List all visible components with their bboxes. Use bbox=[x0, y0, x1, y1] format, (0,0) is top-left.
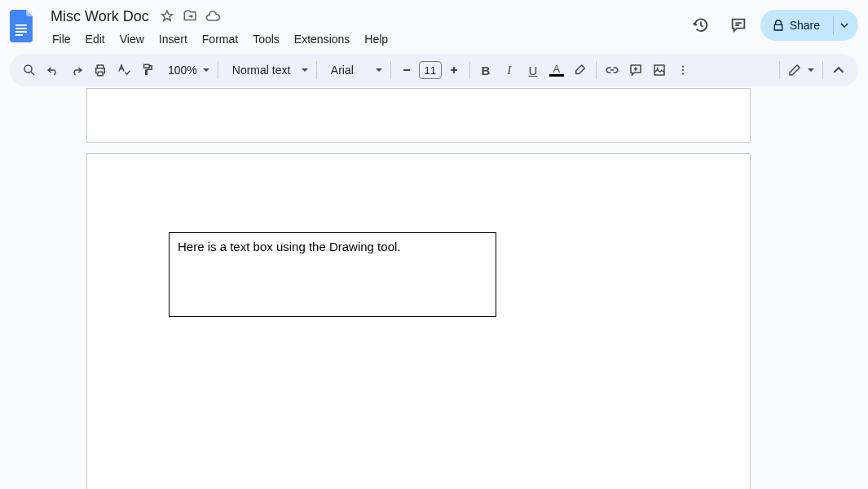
star-icon[interactable] bbox=[157, 7, 177, 26]
editing-mode-dropdown[interactable] bbox=[784, 63, 818, 77]
page-previous[interactable] bbox=[86, 88, 751, 143]
collapse-toolbar-icon[interactable] bbox=[827, 59, 850, 82]
decrease-font-icon[interactable] bbox=[395, 59, 418, 82]
menu-view[interactable]: View bbox=[113, 29, 151, 49]
svg-rect-5 bbox=[654, 65, 664, 75]
cloud-status-icon[interactable] bbox=[203, 7, 223, 26]
paint-format-icon[interactable] bbox=[136, 59, 159, 82]
menu-extensions[interactable]: Extensions bbox=[288, 29, 356, 49]
text-color-icon[interactable]: A bbox=[545, 59, 568, 82]
menu-help[interactable]: Help bbox=[358, 29, 394, 49]
link-icon[interactable] bbox=[601, 59, 623, 82]
chevron-down-icon bbox=[202, 66, 210, 74]
drawing-text-box-content: Here is a text box using the Drawing too… bbox=[178, 240, 487, 253]
svg-point-8 bbox=[682, 69, 684, 71]
chevron-down-icon bbox=[375, 66, 383, 74]
chevron-down-icon bbox=[301, 66, 309, 74]
drawing-text-box[interactable]: Here is a text box using the Drawing too… bbox=[169, 232, 496, 317]
svg-rect-3 bbox=[15, 34, 23, 36]
docs-icon[interactable] bbox=[10, 10, 39, 46]
separator bbox=[596, 61, 597, 79]
pencil-icon bbox=[787, 63, 802, 77]
svg-rect-1 bbox=[15, 28, 27, 29]
svg-point-4 bbox=[24, 65, 32, 73]
add-comment-icon[interactable] bbox=[624, 59, 647, 82]
comments-icon[interactable] bbox=[723, 10, 754, 41]
svg-point-7 bbox=[682, 65, 684, 67]
svg-rect-0 bbox=[15, 24, 27, 26]
separator bbox=[469, 61, 470, 79]
undo-icon[interactable] bbox=[42, 59, 64, 82]
bold-icon[interactable]: B bbox=[474, 59, 497, 82]
menu-edit[interactable]: Edit bbox=[79, 29, 112, 49]
paragraph-style-dropdown[interactable]: Normal text bbox=[223, 64, 312, 77]
font-label: Arial bbox=[324, 64, 360, 77]
font-size-input[interactable] bbox=[419, 61, 442, 79]
share-dropdown-icon[interactable] bbox=[834, 21, 858, 29]
menu-format[interactable]: Format bbox=[196, 29, 245, 49]
separator bbox=[316, 61, 317, 79]
menu-file[interactable]: File bbox=[46, 29, 77, 49]
share-button[interactable]: Share bbox=[760, 10, 858, 41]
document-canvas[interactable]: Here is a text box using the Drawing too… bbox=[0, 88, 868, 489]
underline-icon[interactable]: U bbox=[522, 59, 544, 82]
font-dropdown[interactable]: Arial bbox=[321, 64, 386, 77]
redo-icon[interactable] bbox=[65, 59, 88, 82]
share-label: Share bbox=[790, 19, 820, 32]
more-icon[interactable] bbox=[672, 59, 694, 82]
highlight-icon[interactable] bbox=[569, 59, 592, 82]
document-title[interactable]: Misc Work Doc bbox=[46, 8, 154, 25]
separator bbox=[822, 61, 823, 79]
zoom-label: 100% bbox=[163, 64, 202, 77]
insert-image-icon[interactable] bbox=[648, 59, 671, 82]
increase-font-icon[interactable] bbox=[443, 59, 465, 82]
menu-insert[interactable]: Insert bbox=[152, 29, 194, 49]
paragraph-style-label: Normal text bbox=[226, 64, 297, 77]
print-icon[interactable] bbox=[89, 59, 112, 82]
svg-point-9 bbox=[682, 73, 684, 74]
page[interactable]: Here is a text box using the Drawing too… bbox=[86, 153, 751, 489]
italic-icon[interactable]: I bbox=[498, 59, 521, 82]
text-color-swatch bbox=[549, 74, 564, 77]
zoom-dropdown[interactable]: 100% bbox=[160, 64, 214, 77]
separator bbox=[218, 61, 218, 79]
svg-point-6 bbox=[656, 68, 658, 69]
history-icon[interactable] bbox=[685, 10, 716, 41]
menu-tools[interactable]: Tools bbox=[246, 29, 286, 49]
search-icon[interactable] bbox=[18, 59, 41, 82]
spellcheck-icon[interactable] bbox=[112, 59, 135, 82]
menubar: File Edit View Insert Format Tools Exten… bbox=[46, 29, 685, 49]
toolbar: 100% Normal text Arial B I U A bbox=[10, 54, 858, 86]
svg-rect-2 bbox=[15, 31, 27, 33]
chevron-down-icon bbox=[807, 66, 815, 74]
move-icon[interactable] bbox=[180, 7, 200, 26]
lock-icon bbox=[772, 19, 785, 32]
separator bbox=[779, 61, 780, 79]
separator bbox=[390, 61, 391, 79]
